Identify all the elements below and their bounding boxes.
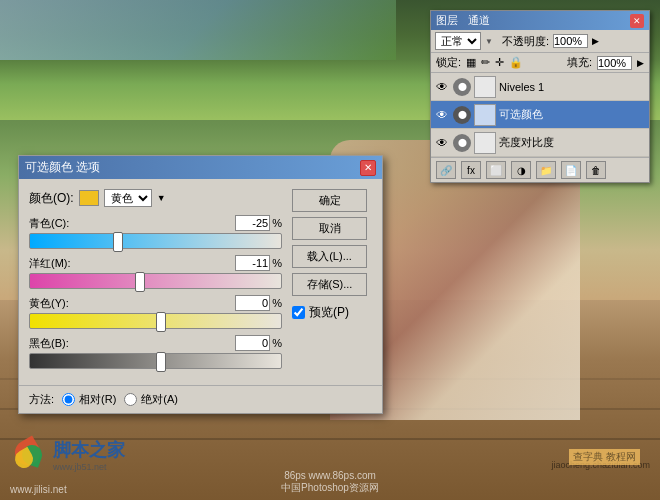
lock-label: 锁定: xyxy=(436,55,461,70)
black-slider-track[interactable] xyxy=(29,353,282,369)
fill-arrow[interactable]: ▶ xyxy=(637,58,644,68)
color-swatch xyxy=(79,190,99,206)
dialog-left-panel: 颜色(O): 黄色 ▼ 青色(C): % xyxy=(29,189,282,375)
magenta-slider-track[interactable] xyxy=(29,273,282,289)
magenta-slider-row: 洋红(M): % xyxy=(29,255,282,289)
lock-image-icon[interactable]: ✏ xyxy=(481,56,490,69)
color-select-dropdown[interactable]: 黄色 xyxy=(104,189,152,207)
magenta-slider-thumb[interactable] xyxy=(135,272,145,292)
layers-title-bar: 图层 通道 ✕ xyxy=(431,11,649,30)
yellow-label: 黄色(Y): xyxy=(29,296,69,311)
dialog-close-button[interactable]: ✕ xyxy=(360,160,376,176)
link-layers-btn[interactable]: 🔗 xyxy=(436,161,456,179)
load-button[interactable]: 载入(L)... xyxy=(292,245,367,268)
layer-name-selective: 可选颜色 xyxy=(499,107,646,122)
layer-item-brightness[interactable]: 👁 ⬤ 亮度对比度 xyxy=(431,129,649,157)
yellow-pct: % xyxy=(272,297,282,309)
absolute-radio-group: 绝对(A) xyxy=(124,392,178,407)
logo-text: 脚本之家 xyxy=(53,438,125,462)
dialog-right-panel: 确定 取消 载入(L)... 存储(S)... 预览(P) xyxy=(292,189,372,375)
fill-input[interactable] xyxy=(597,56,632,70)
yellow-slider-thumb[interactable] xyxy=(156,312,166,332)
lock-all-icon[interactable]: 🔒 xyxy=(509,56,523,69)
opacity-label: 不透明度: xyxy=(502,34,549,49)
black-label: 黑色(B): xyxy=(29,336,69,351)
dialog-title: 可选颜色 选项 xyxy=(25,159,100,176)
color-label: 颜色(O): xyxy=(29,190,74,207)
method-row: 方法: 相对(R) 绝对(A) xyxy=(19,385,382,413)
layer-item-niveles[interactable]: 👁 ⬤ Niveles 1 xyxy=(431,73,649,101)
layers-panel: 图层 通道 ✕ 正常 ▼ 不透明度: ▶ 锁定: ▦ ✏ ✛ 🔒 填充: ▶ 👁… xyxy=(430,10,650,183)
selective-color-dialog: 可选颜色 选项 ✕ 颜色(O): 黄色 ▼ 青色(C): % xyxy=(18,155,383,414)
cyan-label: 青色(C): xyxy=(29,216,69,231)
layer-name-brightness: 亮度对比度 xyxy=(499,135,646,150)
watermark-left: www.jilisi.net xyxy=(10,484,67,495)
channels-tab[interactable]: 通道 xyxy=(468,13,490,28)
delete-layer-btn[interactable]: 🗑 xyxy=(586,161,606,179)
opacity-input[interactable] xyxy=(553,34,588,48)
blend-mode-select[interactable]: 正常 xyxy=(435,32,481,50)
new-group-btn[interactable]: 📁 xyxy=(536,161,556,179)
mode-expand-arrow: ▼ xyxy=(485,37,493,46)
layers-tab[interactable]: 图层 xyxy=(436,13,458,28)
cyan-value-input[interactable] xyxy=(235,215,270,231)
watermark-center: 86ps www.86ps.com 中国Photoshop资源网 xyxy=(281,470,379,495)
layers-title-tabs: 图层 通道 xyxy=(436,13,490,28)
preview-checkbox[interactable] xyxy=(292,306,305,319)
new-adjustment-btn[interactable]: ◑ xyxy=(511,161,531,179)
logo-url: www.jb51.net xyxy=(53,462,125,472)
watermark-right-text: 查字典 教程网 xyxy=(569,449,640,465)
cyan-pct: % xyxy=(272,217,282,229)
lock-position-icon[interactable]: ✛ xyxy=(495,56,504,69)
watermark-center-line1: 86ps www.86ps.com xyxy=(281,470,379,481)
cyan-slider-track[interactable] xyxy=(29,233,282,249)
method-label: 方法: xyxy=(29,392,54,407)
relative-label: 相对(R) xyxy=(79,392,116,407)
layer-name-niveles: Niveles 1 xyxy=(499,81,646,93)
absolute-radio[interactable] xyxy=(124,393,137,406)
layer-eye-icon-3[interactable]: 👁 xyxy=(434,135,450,151)
yellow-value-input[interactable] xyxy=(235,295,270,311)
save-button[interactable]: 存储(S)... xyxy=(292,273,367,296)
magenta-pct: % xyxy=(272,257,282,269)
add-style-btn[interactable]: fx xyxy=(461,161,481,179)
layer-type-icon-3: ⬤ xyxy=(453,134,471,152)
preview-label: 预览(P) xyxy=(309,304,349,321)
new-layer-btn[interactable]: 📄 xyxy=(561,161,581,179)
ok-button[interactable]: 确定 xyxy=(292,189,367,212)
layer-thumbnail xyxy=(474,76,496,98)
layers-bottom-toolbar: 🔗 fx ⬜ ◑ 📁 📄 🗑 xyxy=(431,157,649,182)
lock-transparent-icon[interactable]: ▦ xyxy=(466,56,476,69)
layer-thumbnail-2 xyxy=(474,104,496,126)
layer-eye-icon-2[interactable]: 👁 xyxy=(434,107,450,123)
fill-label: 填充: xyxy=(567,55,592,70)
cyan-slider-row: 青色(C): % xyxy=(29,215,282,249)
layer-type-icon-2: ⬤ xyxy=(453,106,471,124)
layer-type-icon: ⬤ xyxy=(453,78,471,96)
black-slider-thumb[interactable] xyxy=(156,352,166,372)
watermark-right-block: 查字典 教程网 jiaocheng.chazidian.com xyxy=(551,460,650,470)
layers-mode-row: 正常 ▼ 不透明度: ▶ xyxy=(431,30,649,53)
opacity-arrow[interactable]: ▶ xyxy=(592,36,599,46)
relative-radio-group: 相对(R) xyxy=(62,392,116,407)
cancel-button[interactable]: 取消 xyxy=(292,217,367,240)
color-dropdown-arrow[interactable]: ▼ xyxy=(157,193,166,203)
preview-row: 预览(P) xyxy=(292,304,372,321)
relative-radio[interactable] xyxy=(62,393,75,406)
lock-row: 锁定: ▦ ✏ ✛ 🔒 填充: ▶ xyxy=(431,53,649,73)
magenta-value-input[interactable] xyxy=(235,255,270,271)
layers-close-button[interactable]: ✕ xyxy=(630,14,644,28)
layer-eye-icon[interactable]: 👁 xyxy=(434,79,450,95)
add-mask-btn[interactable]: ⬜ xyxy=(486,161,506,179)
layer-item-selective-color[interactable]: 👁 ⬤ 可选颜色 xyxy=(431,101,649,129)
black-slider-row: 黑色(B): % xyxy=(29,335,282,369)
black-value-input[interactable] xyxy=(235,335,270,351)
logo-area: 脚本之家 www.jb51.net xyxy=(10,435,125,475)
yellow-slider-row: 黄色(Y): % xyxy=(29,295,282,329)
watermark-center-line2: 中国Photoshop资源网 xyxy=(281,481,379,495)
cyan-slider-thumb[interactable] xyxy=(113,232,123,252)
dialog-title-bar: 可选颜色 选项 ✕ xyxy=(19,156,382,179)
yellow-slider-track[interactable] xyxy=(29,313,282,329)
logo-icon xyxy=(10,435,50,475)
magenta-label: 洋红(M): xyxy=(29,256,71,271)
